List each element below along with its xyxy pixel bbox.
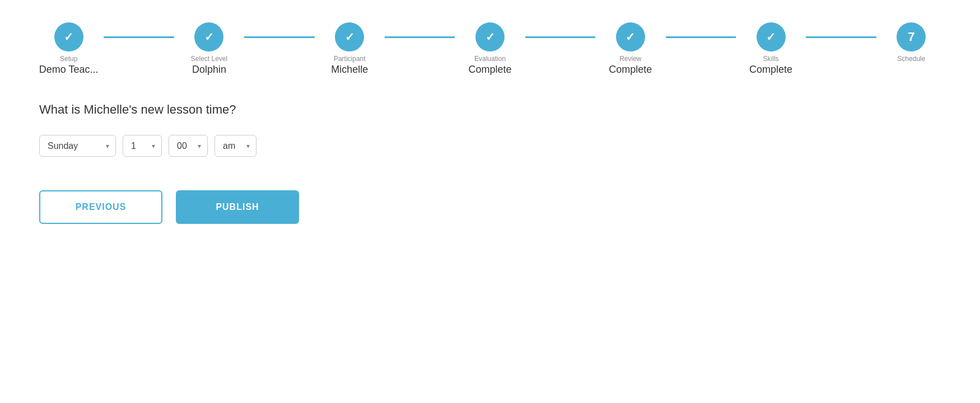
hour-dropdown-wrapper[interactable]: 1234 5678 9101112 ▾ [123, 135, 162, 157]
step-label-select-level: Select Level [191, 55, 227, 63]
form-section: What is Michelle's new lesson time? Sund… [34, 102, 946, 224]
checkmark-icon-6: ✓ [766, 30, 776, 44]
step-circle-schedule: 7 [897, 22, 926, 51]
step-participant[interactable]: ✓ Participant Michelle [315, 22, 385, 76]
step-label-evaluation: Evaluation [474, 55, 506, 63]
step-select-level[interactable]: ✓ Select Level Dolphin [174, 22, 244, 76]
checkmark-icon: ✓ [64, 30, 73, 44]
day-select[interactable]: Sunday Monday Tuesday Wednesday Thursday… [39, 135, 116, 157]
checkmark-icon-5: ✓ [626, 30, 635, 44]
dropdowns-row: Sunday Monday Tuesday Wednesday Thursday… [39, 135, 946, 157]
connector-1 [104, 36, 174, 38]
minute-dropdown-wrapper[interactable]: 00153045 ▾ [169, 135, 208, 157]
step-sublabel-select-level: Dolphin [192, 64, 226, 76]
form-question: What is Michelle's new lesson time? [39, 102, 946, 117]
step-sublabel-skills: Complete [749, 64, 792, 76]
step-circle-evaluation: ✓ [475, 22, 505, 51]
step-sublabel-participant: Michelle [331, 64, 368, 76]
checkmark-icon-3: ✓ [345, 30, 354, 44]
step-sublabel-review: Complete [609, 64, 652, 76]
connector-3 [385, 36, 455, 38]
connector-5 [666, 36, 736, 38]
step-label-participant: Participant [334, 55, 366, 63]
step-circle-skills: ✓ [757, 22, 786, 51]
step-circle-review: ✓ [616, 22, 645, 51]
connector-6 [806, 36, 876, 38]
step-label-review: Review [619, 55, 641, 63]
stepper: ✓ Setup Demo Teac... ✓ Select Level Dolp… [34, 22, 946, 76]
step-sublabel-evaluation: Complete [469, 64, 512, 76]
ampm-select[interactable]: ampm [214, 135, 256, 157]
step-label-schedule: Schedule [897, 55, 925, 63]
step-label-setup: Setup [60, 55, 77, 63]
checkmark-icon-4: ✓ [486, 30, 495, 44]
connector-2 [244, 36, 314, 38]
step-circle-select-level: ✓ [194, 22, 223, 51]
step-evaluation[interactable]: ✓ Evaluation Complete [455, 22, 525, 76]
minute-select[interactable]: 00153045 [169, 135, 208, 157]
step-circle-participant: ✓ [335, 22, 364, 51]
step-circle-setup: ✓ [54, 22, 83, 51]
previous-button[interactable]: PREVIOUS [39, 190, 162, 224]
hour-select[interactable]: 1234 5678 9101112 [123, 135, 162, 157]
step-label-skills: Skills [763, 55, 779, 63]
step-skills[interactable]: ✓ Skills Complete [736, 22, 806, 76]
step-number-schedule: 7 [908, 30, 914, 44]
buttons-row: PREVIOUS PUBLISH [39, 190, 946, 224]
step-sublabel-setup: Demo Teac... [39, 64, 99, 76]
day-dropdown-wrapper[interactable]: Sunday Monday Tuesday Wednesday Thursday… [39, 135, 116, 157]
step-review[interactable]: ✓ Review Complete [595, 22, 665, 76]
step-schedule[interactable]: 7 Schedule [876, 22, 946, 64]
publish-button[interactable]: PUBLISH [176, 190, 299, 224]
step-setup[interactable]: ✓ Setup Demo Teac... [34, 22, 104, 76]
connector-4 [525, 36, 595, 38]
ampm-dropdown-wrapper[interactable]: ampm ▾ [214, 135, 256, 157]
checkmark-icon-2: ✓ [204, 30, 214, 44]
